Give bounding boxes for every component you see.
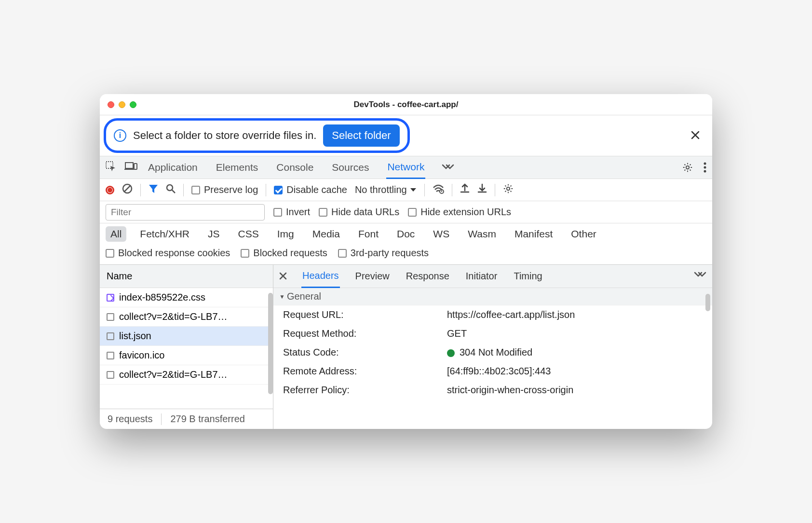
request-row[interactable]: favicon.ico <box>100 346 273 365</box>
panel-tabs: Application Elements Console Sources Net… <box>147 156 454 179</box>
filter-input[interactable] <box>106 204 265 220</box>
type-wasm[interactable]: Wasm <box>463 226 501 242</box>
record-button[interactable] <box>106 186 114 194</box>
file-icon <box>107 332 114 340</box>
upload-har-icon[interactable] <box>460 183 470 196</box>
minimize-window-button[interactable] <box>119 101 125 108</box>
type-font[interactable]: Font <box>353 226 383 242</box>
css-file-icon <box>107 294 114 302</box>
request-name: collect?v=2&tid=G-LB7… <box>119 311 228 322</box>
general-section-header[interactable]: ▼ General <box>273 288 712 305</box>
close-window-button[interactable] <box>108 101 114 108</box>
status-bar: 9 requests 279 B transferred <box>100 409 273 429</box>
header-row: Status Code: 304 Not Modified <box>273 343 712 362</box>
detail-tab-timing[interactable]: Timing <box>513 265 543 288</box>
throttling-value: No throttling <box>355 184 407 195</box>
svg-point-8 <box>167 185 173 191</box>
disable-cache-label: Disable cache <box>286 184 347 195</box>
detail-tab-initiator[interactable]: Initiator <box>465 265 499 288</box>
detail-tabbar: Headers Preview Response Initiator Timin… <box>273 265 712 288</box>
more-tabs-icon[interactable] <box>442 163 454 172</box>
preserve-log-label: Preserve log <box>204 184 258 195</box>
request-name: list.json <box>119 330 151 342</box>
request-list: Name index-b859522e.css collect?v=2&tid=… <box>100 265 273 429</box>
hide-extension-urls-option[interactable]: Hide extension URLs <box>408 206 511 218</box>
request-row[interactable]: collect?v=2&tid=G-LB7… <box>100 365 273 385</box>
network-conditions-icon[interactable] <box>433 184 444 196</box>
request-row[interactable]: collect?v=2&tid=G-LB7… <box>100 307 273 327</box>
header-value: 304 Not Modified <box>447 347 532 358</box>
type-css[interactable]: CSS <box>233 226 264 242</box>
tab-sources[interactable]: Sources <box>331 156 370 179</box>
infobar-message: Select a folder to store override files … <box>133 129 316 142</box>
header-row: Request Method: GET <box>273 324 712 343</box>
third-party-option[interactable]: 3rd-party requests <box>338 248 429 259</box>
more-options-icon[interactable] <box>704 162 706 173</box>
settings-icon[interactable] <box>682 162 693 173</box>
type-all[interactable]: All <box>106 226 126 242</box>
request-list-body: index-b859522e.css collect?v=2&tid=G-LB7… <box>100 288 273 409</box>
detail-scrollbar[interactable] <box>705 294 710 311</box>
svg-point-3 <box>686 166 689 169</box>
device-toolbar-icon[interactable] <box>125 162 137 174</box>
disable-cache-option[interactable]: Disable cache <box>274 184 347 195</box>
detail-tab-preview[interactable]: Preview <box>354 265 391 288</box>
svg-point-5 <box>704 166 706 169</box>
request-row[interactable]: list.json <box>100 327 273 346</box>
blocked-cookies-option[interactable]: Blocked response cookies <box>106 248 230 259</box>
collapse-triangle-icon: ▼ <box>279 293 285 300</box>
clear-button[interactable] <box>122 183 133 196</box>
header-key: Status Code: <box>283 347 447 358</box>
type-fetch-xhr[interactable]: Fetch/XHR <box>135 226 194 242</box>
tab-console[interactable]: Console <box>275 156 314 179</box>
request-name: favicon.ico <box>119 350 165 361</box>
filter-icon[interactable] <box>149 184 158 196</box>
tab-network[interactable]: Network <box>386 157 425 179</box>
download-har-icon[interactable] <box>477 183 487 196</box>
type-doc[interactable]: Doc <box>392 226 420 242</box>
select-folder-button[interactable]: Select folder <box>323 124 399 147</box>
hide-data-urls-option[interactable]: Hide data URLs <box>319 206 399 218</box>
list-scrollbar[interactable] <box>268 293 273 394</box>
disable-cache-checkbox[interactable] <box>274 186 283 194</box>
zoom-window-button[interactable] <box>130 101 136 108</box>
request-list-header[interactable]: Name <box>100 265 273 288</box>
network-split-view: Name index-b859522e.css collect?v=2&tid=… <box>100 265 712 429</box>
header-value: [64:ff9b::4b02:3c05]:443 <box>447 366 551 377</box>
network-settings-icon[interactable] <box>503 183 514 196</box>
invert-option[interactable]: Invert <box>273 206 310 218</box>
devtools-window: DevTools - coffee-cart.app/ i Select a f… <box>100 94 712 429</box>
type-js[interactable]: JS <box>203 226 225 242</box>
type-manifest[interactable]: Manifest <box>510 226 557 242</box>
preserve-log-checkbox[interactable] <box>191 186 200 194</box>
type-media[interactable]: Media <box>308 226 345 242</box>
detail-tab-response[interactable]: Response <box>405 265 450 288</box>
throttling-dropdown[interactable]: No throttling <box>355 184 417 195</box>
type-ws[interactable]: WS <box>428 226 454 242</box>
header-key: Request URL: <box>283 309 447 320</box>
more-detail-tabs-icon[interactable] <box>694 271 706 282</box>
inspect-element-icon[interactable] <box>106 161 116 174</box>
tab-elements[interactable]: Elements <box>215 156 259 179</box>
detail-close-button[interactable] <box>279 270 287 283</box>
file-icon <box>107 313 114 321</box>
request-name: index-b859522e.css <box>119 292 205 303</box>
search-icon[interactable] <box>166 184 176 196</box>
svg-rect-1 <box>125 163 133 168</box>
tab-application[interactable]: Application <box>147 156 199 179</box>
header-value: GET <box>447 328 467 339</box>
detail-tab-headers[interactable]: Headers <box>301 265 340 288</box>
type-other[interactable]: Other <box>566 226 601 242</box>
request-row[interactable]: index-b859522e.css <box>100 288 273 307</box>
svg-point-6 <box>704 170 706 173</box>
svg-point-11 <box>507 187 510 190</box>
blocked-requests-option[interactable]: Blocked requests <box>241 248 327 259</box>
header-key: Remote Address: <box>283 366 447 377</box>
resource-type-filters: All Fetch/XHR JS CSS Img Media Font Doc … <box>100 223 712 245</box>
type-img[interactable]: Img <box>272 226 299 242</box>
infobar-close-button[interactable] <box>691 128 700 143</box>
svg-rect-2 <box>134 164 137 169</box>
header-row: Request URL: https://coffee-cart.app/lis… <box>273 305 712 324</box>
header-key: Referrer Policy: <box>283 385 447 396</box>
preserve-log-option[interactable]: Preserve log <box>191 184 258 195</box>
